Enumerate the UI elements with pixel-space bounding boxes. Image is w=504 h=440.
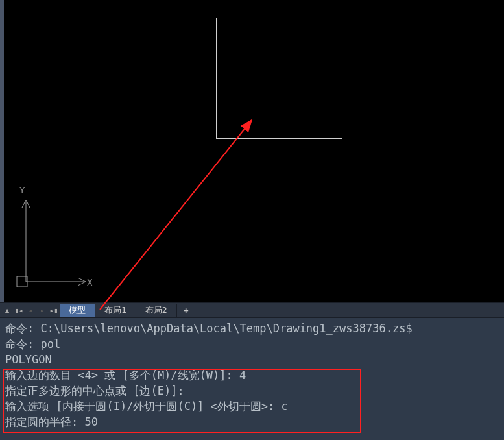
axis-y-label: Y [19,185,25,195]
command-line-7: 指定圆的半径: 50 [5,414,499,430]
command-line-panel[interactable]: 命令: C:\Users\lenovo\AppData\Local\Temp\D… [0,318,504,440]
tab-nav-first-icon[interactable]: ▮◂ [13,304,25,317]
command-line-4: 输入边的数目 <4> 或 [多个(M)/线宽(W)]: 4 [5,367,499,383]
tab-scroll-up-icon[interactable]: ▲ [1,304,13,317]
tab-layout2-label: 布局2 [145,304,167,316]
tab-layout1[interactable]: 布局1 [95,304,136,317]
tab-add-button[interactable]: + [177,304,196,317]
command-line-3: POLYGON [5,352,499,367]
tab-layout1-label: 布局1 [104,304,126,316]
annotation-arrow [98,117,280,312]
layout-tab-bar: ▲ ▮◂ ◂ ▸ ▸▮ 模型 布局1 布局2 + [0,302,504,318]
tab-nav-last-icon[interactable]: ▸▮ [48,304,60,317]
drawing-viewport[interactable]: Y X [0,0,504,302]
command-line-1: 命令: C:\Users\lenovo\AppData\Local\Temp\D… [5,321,499,336]
tab-model[interactable]: 模型 [60,304,95,317]
plus-icon: + [184,306,189,315]
command-line-5: 指定正多边形的中心点或 [边(E)]: [5,383,499,398]
command-line-6: 输入选项 [内接于圆(I)/外切于圆(C)] <外切于圆>: c [5,398,499,414]
ucs-axis-icon [14,196,105,300]
tab-nav-next-icon[interactable]: ▸ [36,304,48,317]
tab-layout2[interactable]: 布局2 [136,304,177,317]
polygon-square-shape [216,18,342,139]
tab-nav-prev-icon[interactable]: ◂ [25,304,36,317]
command-line-2: 命令: pol [5,336,499,352]
tab-model-label: 模型 [69,304,86,316]
svg-line-1 [100,120,252,310]
